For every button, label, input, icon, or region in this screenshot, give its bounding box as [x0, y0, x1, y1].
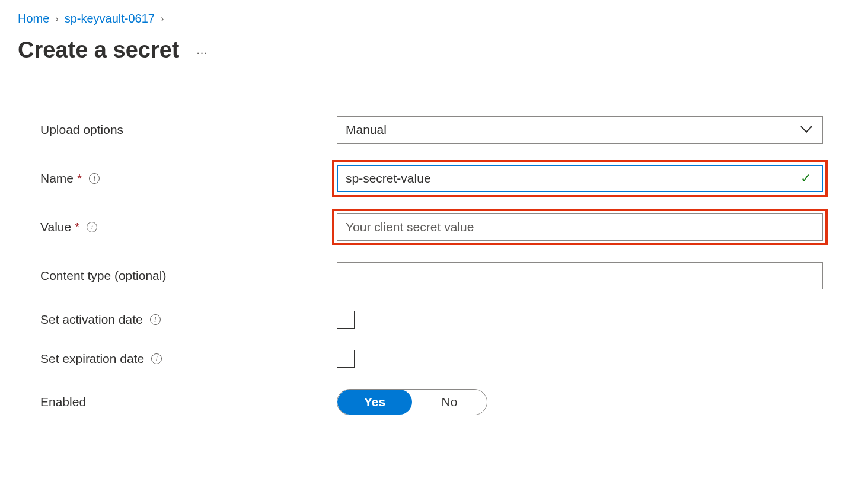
chevron-right-icon: ›	[161, 14, 164, 24]
row-name: Name * i ✓	[40, 165, 850, 192]
value-input[interactable]	[337, 213, 823, 241]
enabled-toggle: Yes No	[337, 389, 487, 415]
upload-options-value: Manual	[346, 123, 387, 137]
row-upload-options: Upload options Manual	[40, 116, 850, 144]
expiration-date-checkbox[interactable]	[337, 350, 355, 368]
name-input[interactable]	[337, 165, 823, 192]
content-type-label: Content type (optional)	[40, 269, 166, 283]
required-icon: *	[75, 220, 79, 234]
info-icon[interactable]: i	[89, 173, 100, 184]
breadcrumb-home[interactable]: Home	[18, 12, 49, 25]
info-icon[interactable]: i	[87, 222, 97, 232]
row-content-type: Content type (optional)	[40, 262, 850, 289]
breadcrumb-resource[interactable]: sp-keyvault-0617	[65, 12, 155, 25]
chevron-right-icon: ›	[55, 14, 58, 24]
value-highlight	[332, 209, 828, 246]
form: Upload options Manual Name * i ✓ Value *…	[18, 116, 850, 415]
name-label: Name	[40, 171, 74, 186]
info-icon[interactable]: i	[150, 314, 161, 325]
expiration-date-label: Set expiration date	[40, 352, 144, 366]
content-type-input[interactable]	[337, 262, 823, 289]
checkmark-icon: ✓	[800, 171, 811, 186]
activation-date-label: Set activation date	[40, 313, 143, 327]
page-title: Create a secret	[18, 37, 180, 63]
breadcrumb: Home › sp-keyvault-0617 ›	[18, 12, 850, 25]
name-highlight: ✓	[332, 160, 828, 197]
row-value: Value * i	[40, 213, 850, 241]
more-icon[interactable]: …	[196, 43, 209, 57]
enabled-no-button[interactable]: No	[412, 390, 487, 415]
row-activation-date: Set activation date i	[40, 311, 850, 329]
enabled-yes-button[interactable]: Yes	[337, 390, 412, 415]
activation-date-checkbox[interactable]	[337, 311, 355, 329]
required-icon: *	[77, 171, 82, 186]
enabled-label: Enabled	[40, 395, 86, 409]
row-expiration-date: Set expiration date i	[40, 350, 850, 368]
upload-options-select[interactable]: Manual	[337, 116, 823, 144]
chevron-down-icon	[802, 124, 814, 136]
value-label: Value	[40, 220, 71, 234]
row-enabled: Enabled Yes No	[40, 389, 850, 415]
info-icon[interactable]: i	[151, 353, 162, 364]
upload-options-label: Upload options	[40, 123, 123, 137]
title-row: Create a secret …	[18, 37, 850, 63]
